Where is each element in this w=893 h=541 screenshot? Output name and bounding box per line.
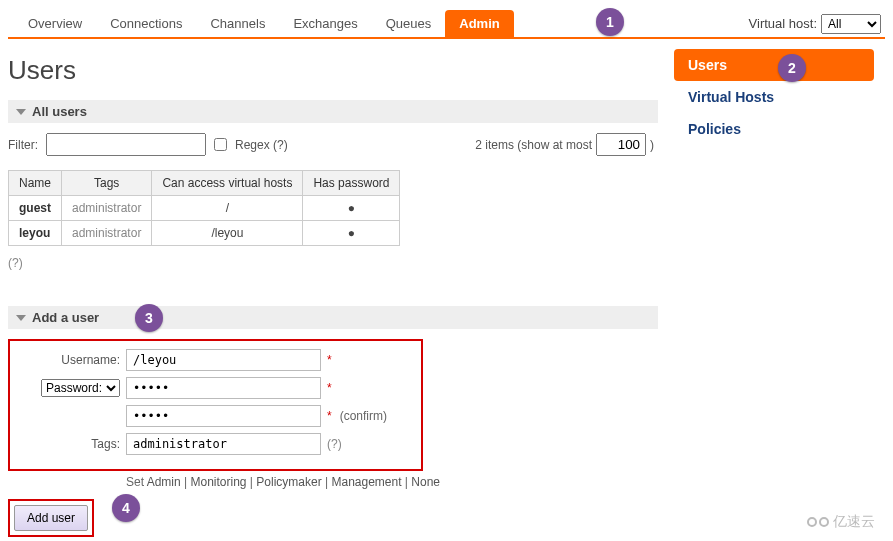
- col-name[interactable]: Name: [9, 171, 62, 196]
- vhost-selector: Virtual host: All: [749, 14, 885, 34]
- section-add-user-label: Add a user: [32, 310, 99, 325]
- confirm-label: (confirm): [340, 409, 387, 423]
- section-all-users[interactable]: All users: [8, 100, 658, 123]
- tab-overview[interactable]: Overview: [14, 10, 96, 37]
- annotation-4: 4: [112, 494, 140, 522]
- table-row[interactable]: guest administrator / ●: [9, 196, 400, 221]
- section-all-users-label: All users: [32, 104, 87, 119]
- filter-row: Filter: Regex (?) 2 items (show at most …: [8, 133, 658, 156]
- items-count: 2 items (show at most: [475, 138, 592, 152]
- col-vhosts[interactable]: Can access virtual hosts: [152, 171, 303, 196]
- cell-vhosts: /leyou: [152, 221, 303, 246]
- tab-channels[interactable]: Channels: [196, 10, 279, 37]
- vhost-label: Virtual host:: [749, 16, 817, 31]
- shortcut-management[interactable]: Management: [331, 475, 401, 489]
- shortcuts-prefix: Set: [126, 475, 147, 489]
- shortcut-none[interactable]: None: [411, 475, 440, 489]
- cell-password: ●: [303, 196, 400, 221]
- cell-name[interactable]: guest: [9, 196, 62, 221]
- annotation-2: 2: [778, 54, 806, 82]
- collapse-icon: [16, 315, 26, 321]
- shortcut-monitoring[interactable]: Monitoring: [191, 475, 247, 489]
- col-password[interactable]: Has password: [303, 171, 400, 196]
- page-title: Users: [8, 55, 658, 86]
- cell-vhosts: /: [152, 196, 303, 221]
- password-confirm-input[interactable]: [126, 405, 321, 427]
- cell-name[interactable]: leyou: [9, 221, 62, 246]
- watermark: 亿速云: [807, 513, 875, 531]
- watermark-text: 亿速云: [833, 513, 875, 531]
- required-marker: *: [327, 409, 332, 423]
- section-add-user[interactable]: Add a user: [8, 306, 658, 329]
- top-nav: Overview Connections Channels Exchanges …: [8, 4, 885, 39]
- annotation-3: 3: [135, 304, 163, 332]
- add-user-button[interactable]: Add user: [14, 505, 88, 531]
- filter-input[interactable]: [46, 133, 206, 156]
- col-tags[interactable]: Tags: [62, 171, 152, 196]
- regex-checkbox[interactable]: [214, 138, 227, 151]
- help-link[interactable]: (?): [8, 256, 23, 270]
- tags-help[interactable]: (?): [327, 437, 342, 451]
- regex-label: Regex (?): [235, 138, 288, 152]
- cell-password: ●: [303, 221, 400, 246]
- table-header-row: Name Tags Can access virtual hosts Has p…: [9, 171, 400, 196]
- cell-tags: administrator: [62, 221, 152, 246]
- shortcut-admin[interactable]: Admin: [147, 475, 181, 489]
- required-marker: *: [327, 381, 332, 395]
- vhost-select[interactable]: All: [821, 14, 881, 34]
- sidebar-item-policies[interactable]: Policies: [674, 113, 874, 145]
- sidebar-item-vhosts[interactable]: Virtual Hosts: [674, 81, 874, 113]
- filter-label: Filter:: [8, 138, 38, 152]
- tags-input[interactable]: [126, 433, 321, 455]
- users-table: Name Tags Can access virtual hosts Has p…: [8, 170, 400, 246]
- submit-wrap: Add user: [8, 499, 94, 537]
- sidebar-item-users[interactable]: Users: [674, 49, 874, 81]
- annotation-1: 1: [596, 8, 624, 36]
- table-row[interactable]: leyou administrator /leyou ●: [9, 221, 400, 246]
- watermark-logo-icon: [807, 517, 829, 527]
- items-max-input[interactable]: [596, 133, 646, 156]
- password-type-select[interactable]: Password:: [41, 379, 120, 397]
- cell-tags: administrator: [62, 196, 152, 221]
- username-input[interactable]: [126, 349, 321, 371]
- password-input[interactable]: [126, 377, 321, 399]
- collapse-icon: [16, 109, 26, 115]
- tags-label: Tags:: [16, 437, 126, 451]
- items-suffix: ): [650, 138, 654, 152]
- tab-queues[interactable]: Queues: [372, 10, 446, 37]
- tag-shortcuts: Set Admin | Monitoring | Policymaker | M…: [126, 475, 658, 489]
- shortcut-policymaker[interactable]: Policymaker: [256, 475, 321, 489]
- tab-connections[interactable]: Connections: [96, 10, 196, 37]
- required-marker: *: [327, 353, 332, 367]
- add-user-form: Username: * Password: * * (confirm) Tags…: [8, 339, 423, 471]
- username-label: Username:: [16, 353, 126, 367]
- tab-exchanges[interactable]: Exchanges: [279, 10, 371, 37]
- tab-admin[interactable]: Admin: [445, 10, 513, 37]
